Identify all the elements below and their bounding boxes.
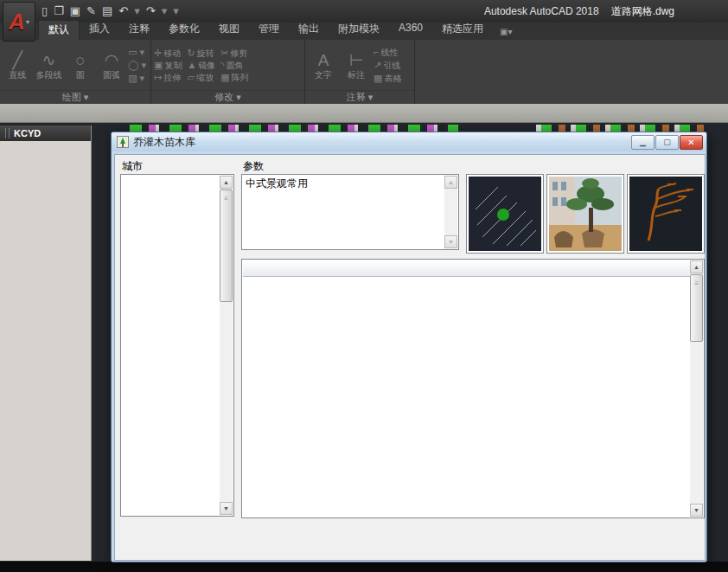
save-icon[interactable]: ▣ <box>70 3 80 19</box>
scroll-up-icon[interactable]: ▲ <box>690 260 703 273</box>
ribbon-tab-0[interactable]: 默认 <box>38 20 80 40</box>
plot-icon[interactable]: ▤ <box>102 3 112 19</box>
tool-icon: ∿ <box>34 51 63 70</box>
ribbon-item-圆弧[interactable]: ◠圆弧 <box>97 51 126 80</box>
ribbon-item-移动[interactable]: ✛移动 <box>154 48 182 59</box>
ribbon-tab-2[interactable]: 注释 <box>119 20 159 40</box>
plan-symbol-preview <box>466 174 544 254</box>
nursery-library-dialog: 乔灌木苗木库 ▁ ▢ ✕ 城市 ▲ ▼ 参数 中式景观常用 ▲ ▼ <box>111 132 707 562</box>
quick-access-toolbar: ▯❐▣✎▤↶▾↷▾▾ <box>42 3 179 19</box>
undo-caret-icon[interactable]: ▾ <box>134 3 140 19</box>
tool-icon: ▦ <box>374 73 382 83</box>
tool-icon: ⊢ <box>341 51 372 70</box>
tool-icon: ▦ <box>220 72 229 82</box>
minimize-button[interactable]: ▁ <box>631 135 655 150</box>
scroll-down-icon[interactable]: ▼ <box>444 235 457 248</box>
ribbon-panel-1: ✛移动↻旋转✂修剪▣复制▲镜像◝圆角↦拉伸▱缩放▦阵列修改 ▾ <box>151 40 305 104</box>
ribbon-tab-3[interactable]: 参数化 <box>159 20 209 40</box>
tool-icon: ▭ ▾ <box>128 47 144 57</box>
ribbon-item-引线[interactable]: ↗引线 <box>374 60 401 71</box>
ribbon-item-圆[interactable]: ○圆 <box>66 51 95 80</box>
redo-caret-icon[interactable]: ▾ <box>162 3 168 19</box>
ribbon-panel-2: A文字⊢标注⌐线性↗引线▦表格注释 ▾ <box>305 40 415 104</box>
ribbon-tab-row: 默认插入注释参数化视图管理输出附加模块A360精选应用 ▣▾ <box>0 22 728 40</box>
city-tree[interactable]: ▲ ▼ <box>120 174 234 517</box>
dialog-body: 城市 ▲ ▼ 参数 中式景观常用 ▲ ▼ <box>114 154 706 561</box>
ribbon-item-shape[interactable]: ▨ ▾ <box>128 73 148 84</box>
tool-icon: ✛ <box>154 48 162 58</box>
ribbon-item-多段线[interactable]: ∿多段线 <box>34 51 63 80</box>
tool-icon: ↦ <box>154 72 162 82</box>
save-as-icon[interactable]: ✎ <box>86 3 96 19</box>
open-file-icon[interactable]: ❐ <box>54 3 64 19</box>
tool-icon: ↗ <box>374 60 381 70</box>
ribbon-item-旋转[interactable]: ↻旋转 <box>187 48 215 59</box>
tool-icon: ▣ <box>154 60 163 70</box>
mirror-icon: ▲ <box>187 60 196 70</box>
ribbon-item-镜像[interactable]: ▲镜像 <box>187 60 215 71</box>
ribbon-item-拉伸[interactable]: ↦拉伸 <box>154 72 182 83</box>
plant-table[interactable]: ▲ ▼ <box>241 259 705 518</box>
scroll-down-icon[interactable]: ▼ <box>690 504 703 517</box>
workspace-switch-icon[interactable]: ▣▾ <box>500 27 512 40</box>
sidebar-header[interactable]: KCYD <box>0 125 91 141</box>
document-name: 道路网格.dwg <box>611 5 674 17</box>
ribbon-tab-1[interactable]: 插入 <box>80 20 119 40</box>
ribbon: ╱直线∿多段线○圆◠圆弧▭ ▾◯ ▾▨ ▾绘图 ▾✛移动↻旋转✂修剪▣复制▲镜像… <box>0 40 728 104</box>
dialog-title: 乔灌木苗木库 <box>133 135 627 150</box>
ribbon-item-shape[interactable]: ▭ ▾ <box>128 47 148 58</box>
ribbon-item-shape[interactable]: ◯ ▾ <box>128 60 148 71</box>
params-value[interactable]: 中式景观常用 <box>246 177 308 191</box>
tool-icon: ▨ ▾ <box>128 73 144 83</box>
city-group-label: 城市 <box>122 159 143 174</box>
redo-icon[interactable]: ↷ <box>146 3 156 19</box>
close-button[interactable]: ✕ <box>680 135 703 150</box>
scroll-up-icon[interactable]: ▲ <box>444 176 457 189</box>
scrollbar-thumb[interactable] <box>220 190 233 302</box>
app-title: Autodesk AutoCAD 2018道路网格.dwg <box>484 4 674 19</box>
ribbon-item-标注[interactable]: ⊢标注 <box>341 51 372 80</box>
grip-icon <box>5 128 10 138</box>
customize-icon[interactable]: ▾ <box>173 3 179 19</box>
tool-icon: ✂ <box>220 48 228 58</box>
ribbon-item-直线[interactable]: ╱直线 <box>3 51 32 80</box>
tool-icon: ◠ <box>97 51 126 70</box>
undo-icon[interactable]: ↶ <box>118 3 128 19</box>
ribbon-item-圆角[interactable]: ◝圆角 <box>220 60 248 71</box>
tool-icon: ◯ ▾ <box>128 60 146 70</box>
ribbon-tab-6[interactable]: 输出 <box>289 20 329 40</box>
tool-icon: ▱ <box>187 72 194 82</box>
ribbon-panel-footer[interactable]: 修改 ▾ <box>151 90 304 104</box>
table-scrollbar[interactable]: ▲ ▼ <box>690 260 703 517</box>
scroll-up-icon[interactable]: ▲ <box>220 176 233 189</box>
ribbon-item-线性[interactable]: ⌐线性 <box>374 47 401 58</box>
ribbon-tab-7[interactable]: 附加模块 <box>329 20 389 40</box>
tree-scrollbar[interactable]: ▲ ▼ <box>220 176 233 515</box>
tool-icon: ⌐ <box>374 47 379 57</box>
dialog-tree-icon <box>117 136 129 148</box>
ribbon-item-阵列[interactable]: ▦阵列 <box>220 72 248 83</box>
app-brand: Autodesk AutoCAD 2018 <box>484 5 599 17</box>
ribbon-item-复制[interactable]: ▣复制 <box>154 60 182 71</box>
ribbon-item-缩放[interactable]: ▱缩放 <box>187 72 215 83</box>
ribbon-item-文字[interactable]: A文字 <box>308 51 339 80</box>
ribbon-panel-footer[interactable]: 绘图 ▾ <box>0 90 150 104</box>
ribbon-item-修剪[interactable]: ✂修剪 <box>220 48 248 59</box>
scroll-down-icon[interactable]: ▼ <box>220 502 233 515</box>
sidebar-title: KCYD <box>14 128 41 138</box>
ribbon-tab-8[interactable]: A360 <box>389 20 432 40</box>
ribbon-item-表格[interactable]: ▦表格 <box>374 73 401 84</box>
ribbon-tab-4[interactable]: 视图 <box>209 20 249 40</box>
new-file-icon[interactable]: ▯ <box>42 3 48 19</box>
plugin-sidebar: KCYD <box>0 125 92 561</box>
ribbon-tab-5[interactable]: 管理 <box>249 20 289 40</box>
params-list[interactable]: 中式景观常用 ▲ ▼ <box>241 174 459 250</box>
application-menu-button[interactable]: A▾ <box>3 2 35 42</box>
maximize-button[interactable]: ▢ <box>655 135 679 150</box>
ribbon-panel-footer[interactable]: 注释 ▾ <box>305 90 414 104</box>
ribbon-tab-9[interactable]: 精选应用 <box>432 20 493 40</box>
scrollbar-thumb[interactable] <box>690 274 703 342</box>
plugin-toolbar <box>0 104 728 123</box>
dialog-title-bar[interactable]: 乔灌木苗木库 ▁ ▢ ✕ <box>112 132 706 151</box>
params-scrollbar[interactable]: ▲ ▼ <box>444 176 457 248</box>
